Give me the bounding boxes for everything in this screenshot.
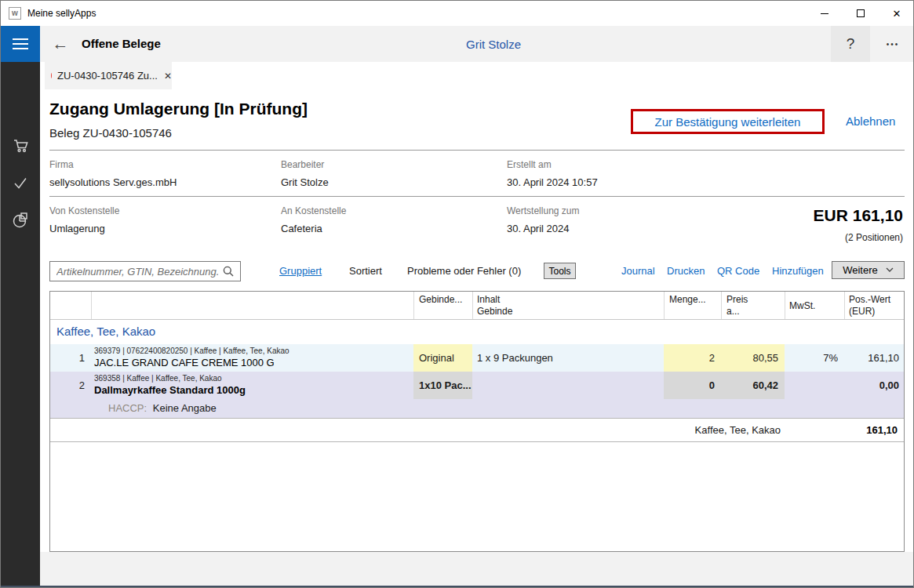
menge-cell[interactable]: 2 (664, 344, 715, 372)
header-preis[interactable]: Preis a... (726, 292, 748, 318)
wertstellung-label: Wertstellung zum (507, 205, 579, 216)
article-name: Dallmayrkaffee Standard 1000g (94, 384, 246, 396)
help-icon: ? (847, 35, 855, 53)
search-icon[interactable] (222, 265, 235, 278)
weitere-label: Weitere (843, 264, 878, 276)
article-meta: 369358 | Kaffee | Kaffee, Tee, Kakao (94, 374, 222, 383)
help-button[interactable]: ? (831, 26, 870, 62)
sidebar-item-cart[interactable] (1, 129, 40, 161)
mwst-cell (785, 372, 838, 399)
group-label: Kaffee, Tee, Kakao (56, 325, 155, 338)
journal-link[interactable]: Journal (621, 265, 655, 277)
firma-label: Firma (49, 159, 74, 170)
positions-table: Gebinde... Inhalt Gebinde Menge... Preis… (49, 291, 905, 552)
tab-document[interactable]: ZU-0430-105746 Zu... ✕ (45, 62, 172, 89)
drucken-link[interactable]: Drucken (667, 265, 705, 277)
reject-button[interactable]: Ablehnen (846, 114, 895, 128)
bearbeiter-value: Grit Stolze (281, 176, 329, 188)
close-icon: ✕ (893, 8, 901, 20)
ellipsis-icon: ••• (887, 40, 900, 49)
row-number: 1 (50, 344, 85, 372)
column-divider (785, 292, 785, 319)
group-subtotal-row: Kaffee, Tee, Kakao 161,10 (50, 418, 904, 442)
sidebar-item-tasks[interactable] (1, 167, 40, 198)
haccp-note-row: HACCP: Keine Angabe (50, 399, 904, 418)
group-row[interactable]: Kaffee, Tee, Kakao (50, 319, 904, 344)
header-mwst[interactable]: MwSt. (789, 292, 815, 312)
document-title: Zugang Umlagerung [In Prüfung] (49, 100, 308, 118)
more-options-button[interactable]: ••• (873, 26, 912, 62)
pos-wert-cell: 0,00 (844, 372, 899, 399)
divider (49, 196, 905, 197)
preis-cell[interactable]: 80,55 (721, 344, 778, 372)
probleme-fehler-toggle[interactable]: Probleme oder Fehler (0) (407, 265, 521, 277)
header-gebinde[interactable]: Gebinde... (419, 292, 462, 306)
haccp-label: HACCP: (108, 402, 147, 414)
column-divider (721, 292, 722, 319)
erstellt-am-label: Erstellt am (507, 159, 552, 170)
minimize-icon (821, 13, 828, 14)
hamburger-icon (13, 38, 28, 40)
tools-button[interactable]: Tools (544, 263, 576, 279)
column-divider (472, 292, 473, 319)
tab-close-icon[interactable]: ✕ (164, 71, 172, 82)
von-kostenstelle-value: Umlagerung (49, 223, 105, 234)
total-amount: EUR 161,10 (814, 206, 903, 225)
table-row[interactable]: 2 369358 | Kaffee | Kaffee, Tee, Kakao D… (50, 372, 904, 399)
positions-count: (2 Positionen) (845, 232, 903, 243)
gebinde-cell[interactable]: Original (413, 344, 472, 372)
maximize-icon (857, 9, 865, 17)
mwst-cell: 7% (785, 344, 838, 372)
sidebar (1, 62, 40, 586)
qr-code-link[interactable]: QR Code (717, 265, 759, 277)
inhalt-cell: 1 x 9 Packungen (477, 344, 553, 372)
column-divider (91, 292, 92, 319)
header-pos-wert[interactable]: Pos.-Wert (EUR) (849, 292, 890, 318)
window-title: Meine sellyApps (27, 8, 96, 19)
header-inhalt-gebinde[interactable]: Inhalt Gebinde (477, 292, 512, 318)
maximize-button[interactable] (843, 1, 879, 26)
checkmark-icon (11, 173, 30, 192)
search-input[interactable] (50, 266, 222, 278)
article-meta: 369379 | 07622400820250 | Kaffee | Kaffe… (94, 347, 289, 355)
pos-wert-cell: 161,10 (844, 344, 899, 372)
unsaved-dot-icon (51, 73, 52, 78)
tab-strip: ZU-0430-105746 Zu... ✕ (40, 62, 914, 89)
back-arrow-icon: ← (53, 34, 69, 53)
erstellt-am-value: 30. April 2024 10:57 (507, 176, 598, 188)
app-bar: ← Offene Belege Grit Stolze ? ••• (1, 26, 913, 62)
column-divider (664, 292, 665, 319)
user-name-link[interactable]: Grit Stolze (466, 38, 521, 51)
pie-chart-icon (10, 210, 31, 230)
app-window: w Meine sellyApps ✕ ← Offene Belege Grit… (0, 0, 914, 588)
preis-cell[interactable]: 60,42 (721, 372, 778, 399)
title-bar: w Meine sellyApps ✕ (1, 1, 913, 26)
hamburger-menu-button[interactable] (1, 26, 40, 62)
column-divider (844, 292, 845, 319)
sortiert-toggle[interactable]: Sortiert (349, 265, 382, 277)
close-button[interactable]: ✕ (879, 1, 914, 26)
an-kostenstelle-label: An Kostenstelle (281, 205, 346, 216)
von-kostenstelle-label: Von Kostenstelle (49, 205, 119, 216)
weitere-dropdown[interactable]: Weitere (832, 261, 905, 279)
haccp-value: Keine Angabe (153, 402, 217, 414)
subtotal-label: Kaffee, Tee, Kakao (695, 419, 781, 442)
back-button[interactable]: ← (48, 32, 73, 56)
gebinde-cell[interactable]: 1x10 Pac... (413, 372, 472, 399)
sidebar-item-reports[interactable] (1, 205, 40, 236)
forward-for-confirmation-button[interactable]: Zur Bestätigung weiterleiten (631, 109, 825, 134)
app-logo-icon: w (9, 7, 21, 20)
document-number: Beleg ZU-0430-105746 (49, 126, 172, 140)
gruppiert-toggle[interactable]: Gruppiert (279, 265, 322, 277)
table-row[interactable]: 1 369379 | 07622400820250 | Kaffee | Kaf… (50, 344, 904, 372)
firma-value: sellysolutions Serv.ges.mbH (49, 176, 177, 188)
subtotal-value: 161,10 (866, 419, 898, 442)
hinzufuegen-link[interactable]: Hinzufügen (772, 265, 824, 277)
header-menge[interactable]: Menge... (669, 292, 706, 306)
search-box (49, 261, 241, 281)
column-divider (413, 292, 414, 319)
wertstellung-value: 30. April 2024 (507, 223, 570, 234)
divider (49, 150, 905, 151)
menge-cell[interactable]: 0 (664, 372, 715, 399)
minimize-button[interactable] (807, 1, 843, 26)
